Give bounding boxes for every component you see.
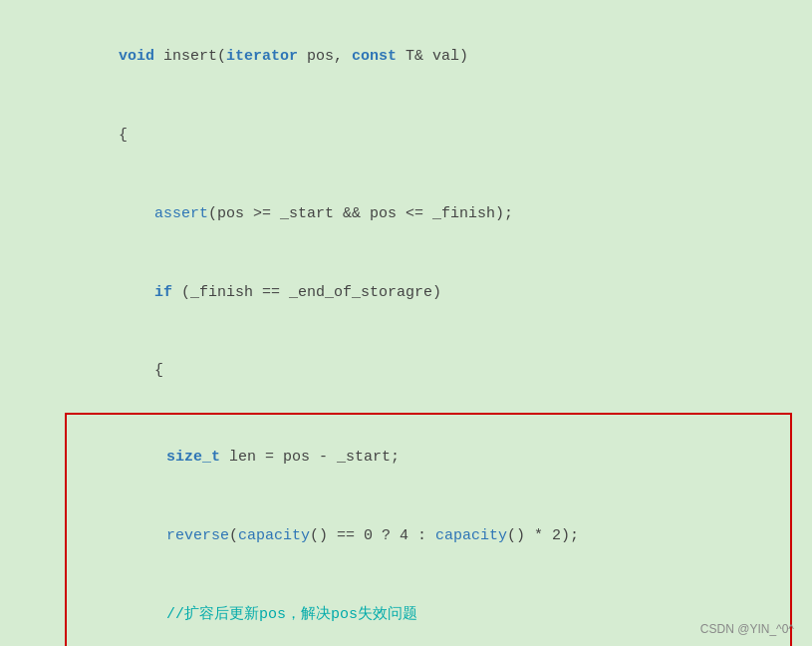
hl-line-1: size_t len = pos - _start; xyxy=(77,419,780,497)
text: () * 2); xyxy=(507,527,579,544)
fn-reverse: reverse xyxy=(166,527,229,544)
text: len = pos - _start; xyxy=(220,449,400,466)
comment-pos: //扩容后更新pos，解决pos失效问题 xyxy=(166,606,417,623)
code-text-4: if (_finish == _end_of_storagre) xyxy=(65,253,812,332)
hl-line-2: reverse(capacity() == 0 ? 4 : capacity()… xyxy=(77,497,780,576)
code-text-5: { xyxy=(65,332,812,411)
hl-text-3: //扩容后更新pos，解决pos失效问题 xyxy=(77,575,780,646)
text: insert( xyxy=(154,48,226,65)
hl-text-1: size_t len = pos - _start; xyxy=(77,419,780,497)
text: T& val) xyxy=(397,48,468,65)
brace-open: { xyxy=(119,127,128,144)
highlight-box: size_t len = pos - _start; reverse(capac… xyxy=(65,413,792,646)
text: (pos >= _start && pos <= _finish); xyxy=(208,205,513,222)
code-line-2: { xyxy=(0,97,812,175)
code-text-3: assert(pos >= _start && pos <= _finish); xyxy=(65,175,812,254)
text: pos, xyxy=(298,48,352,65)
fn-capacity-1: capacity xyxy=(238,527,310,544)
code-container: void insert(iterator pos, const T& val) … xyxy=(0,0,812,646)
text: () == 0 ? 4 : xyxy=(310,527,435,544)
code-line-4: if (_finish == _end_of_storagre) xyxy=(0,253,812,332)
code-line-5: { xyxy=(0,332,812,411)
keyword-if: if xyxy=(154,284,172,301)
keyword-void: void xyxy=(119,48,154,65)
watermark: CSDN @YIN_^0^ xyxy=(700,622,794,636)
hl-line-3: //扩容后更新pos，解决pos失效问题 xyxy=(77,575,780,646)
keyword-const: const xyxy=(352,48,397,65)
hl-text-2: reverse(capacity() == 0 ? 4 : capacity()… xyxy=(77,497,780,576)
code-line-3: assert(pos >= _start && pos <= _finish); xyxy=(0,175,812,254)
brace-open-inner: { xyxy=(154,362,163,379)
code-line-1: void insert(iterator pos, const T& val) xyxy=(0,18,812,97)
code-text-2: { xyxy=(65,97,812,175)
code-text-1: void insert(iterator pos, const T& val) xyxy=(65,18,812,97)
text: ( xyxy=(229,527,238,544)
keyword-size_t: size_t xyxy=(166,449,220,466)
fn-capacity-2: capacity xyxy=(435,527,507,544)
keyword-iterator: iterator xyxy=(226,48,298,65)
text: (_finish == _end_of_storagre) xyxy=(172,284,441,301)
fn-assert: assert xyxy=(154,205,208,222)
